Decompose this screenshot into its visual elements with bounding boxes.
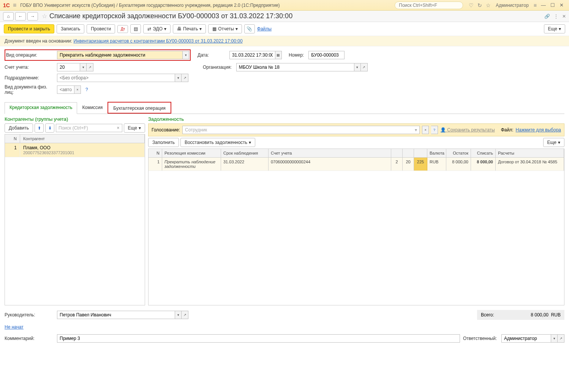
department-dropdown[interactable]: ▾ bbox=[175, 74, 182, 82]
menu-icon[interactable]: ≡ bbox=[13, 2, 16, 9]
operation-type-dropdown[interactable]: ▾ bbox=[182, 51, 189, 59]
cell-a2: 20 bbox=[403, 158, 414, 171]
based-on-label: Документ введен на основании: bbox=[5, 38, 72, 44]
account-dropdown[interactable]: ▾ bbox=[80, 63, 87, 71]
not-started-link[interactable]: Не начат bbox=[5, 324, 24, 330]
choose-file-link[interactable]: Нажмите для выбора bbox=[516, 127, 561, 133]
cell-currency: RUB bbox=[427, 158, 446, 171]
voting-clear-icon[interactable]: × bbox=[422, 126, 429, 134]
attach-button[interactable]: 📎 bbox=[244, 24, 255, 33]
head-dropdown[interactable]: ▾ bbox=[175, 311, 182, 319]
files-link[interactable]: Файлы bbox=[257, 26, 272, 32]
contractors-more-button[interactable]: Еще ▾ bbox=[124, 123, 145, 133]
print-button[interactable]: 🖶 Печать ▾ bbox=[173, 24, 206, 33]
restore-debt-button[interactable]: Восстановить задолженность ▾ bbox=[180, 138, 255, 147]
department-input[interactable] bbox=[57, 74, 175, 82]
move-up-button[interactable]: ⬆ bbox=[35, 123, 44, 133]
document-title: Списание кредиторской задолженности БУ00… bbox=[49, 12, 292, 20]
date-picker-icon[interactable]: ▦ bbox=[275, 51, 282, 59]
save-results-link[interactable]: 👤 Сохранить результаты bbox=[440, 127, 495, 133]
clear-search-icon[interactable]: × bbox=[117, 125, 120, 131]
post-and-close-button[interactable]: Провести и закрыть bbox=[4, 24, 54, 33]
col-account: Счет учета bbox=[269, 149, 391, 157]
toolbar-more-button[interactable]: Еще ▾ bbox=[544, 24, 565, 33]
cell-resolution: Прекратить наблюдение задолженности bbox=[162, 158, 221, 171]
more-icon[interactable]: ⋮ bbox=[554, 14, 558, 19]
comment-input[interactable] bbox=[57, 334, 460, 343]
link-icon[interactable]: 🔗 bbox=[544, 14, 550, 19]
voting-label: Голосование: bbox=[152, 127, 180, 133]
history-icon[interactable]: ↻ bbox=[477, 2, 482, 8]
voting-input[interactable]: Сотрудник ▾ bbox=[182, 126, 420, 134]
responsible-input[interactable] bbox=[501, 334, 551, 343]
debt-grid[interactable]: N Резолюция комиссии Срок наблюдения Сче… bbox=[148, 149, 564, 305]
star-icon[interactable]: ☆ bbox=[486, 2, 491, 8]
doctype-input[interactable] bbox=[57, 85, 74, 94]
print-form-button[interactable]: ▤ bbox=[130, 24, 141, 33]
head-input[interactable] bbox=[57, 311, 175, 319]
contractors-title: Контрагенты (группы учета) bbox=[5, 116, 145, 122]
org-input[interactable] bbox=[236, 63, 354, 71]
contractors-grid[interactable]: N Контрагент 1 Пламя, ООО 20007752369233… bbox=[5, 134, 145, 305]
number-input[interactable] bbox=[308, 51, 345, 59]
tab-creditor-debt[interactable]: Кредиторская задолженность bbox=[5, 102, 77, 114]
col-term: Срок наблюдения bbox=[221, 149, 269, 157]
account-open-icon[interactable]: ↗ bbox=[87, 63, 93, 71]
favorite-icon[interactable]: ☆ bbox=[42, 13, 47, 20]
help-icon[interactable]: ? bbox=[85, 87, 88, 92]
head-open-icon[interactable]: ↗ bbox=[182, 311, 188, 319]
responsible-dropdown[interactable]: ▾ bbox=[551, 334, 558, 343]
titlebar: 1C ≡ ГОБУ ВПО Университет искусств (Субс… bbox=[0, 0, 569, 11]
based-on-link[interactable]: Инвентаризация расчетов с контрагентами … bbox=[73, 38, 242, 44]
add-contractor-button[interactable]: Добавить bbox=[5, 123, 33, 133]
contractors-pane: Контрагенты (группы учета) Добавить ⬆ ⬇ … bbox=[5, 116, 145, 305]
bell-icon[interactable]: ♡ bbox=[469, 2, 474, 8]
col-number: N bbox=[5, 134, 20, 143]
move-down-button[interactable]: ⬇ bbox=[45, 123, 54, 133]
cell-n: 1 bbox=[149, 158, 162, 171]
current-user: Администратор bbox=[496, 3, 529, 8]
tab-commission[interactable]: Комиссия bbox=[77, 102, 107, 114]
voting-help-icon[interactable]: ? bbox=[431, 126, 438, 134]
debt-row[interactable]: 1 Прекратить наблюдение задолженности 31… bbox=[149, 158, 564, 171]
responsible-label: Ответственный: bbox=[463, 336, 497, 341]
minimize-icon[interactable]: — bbox=[541, 2, 546, 8]
contractor-row[interactable]: 1 Пламя, ООО 20007752369233772010​01 bbox=[5, 143, 145, 157]
department-open-icon[interactable]: ↗ bbox=[182, 74, 188, 82]
reports-button[interactable]: ▦ Отчеты ▾ bbox=[208, 24, 242, 33]
tab-accounting-operation[interactable]: Бухгалтерская операция bbox=[108, 103, 170, 113]
footer-status: Не начат bbox=[0, 322, 569, 332]
account-input[interactable] bbox=[57, 63, 80, 71]
forward-button[interactable]: → bbox=[27, 12, 38, 21]
date-label: Дата: bbox=[198, 52, 209, 58]
org-dropdown[interactable]: ▾ bbox=[354, 63, 361, 71]
voting-bar: Голосование: Сотрудник ▾ × ? 👤 Сохранить… bbox=[148, 123, 564, 136]
edo-button[interactable]: ⇄ ЭДО ▾ bbox=[143, 24, 171, 33]
cell-balance: 8 000,00 bbox=[446, 158, 471, 171]
close-tab-icon[interactable]: ✕ bbox=[562, 14, 566, 19]
date-input[interactable] bbox=[229, 51, 275, 59]
responsible-open-icon[interactable]: ↗ bbox=[558, 334, 564, 343]
contractor-search-input[interactable]: Поиск (Ctrl+F) × bbox=[56, 124, 122, 132]
save-button[interactable]: Записать bbox=[57, 24, 84, 33]
close-window-icon[interactable]: ✕ bbox=[560, 2, 564, 8]
debt-more-button[interactable]: Еще ▾ bbox=[543, 138, 564, 147]
tabs: Кредиторская задолженность Комиссия Бухг… bbox=[5, 102, 564, 114]
report-icon: ▦ bbox=[212, 26, 217, 32]
doctype-clear-icon[interactable]: × bbox=[74, 85, 81, 94]
file-label: Файл: bbox=[501, 127, 514, 133]
head-label: Руководитель: bbox=[5, 312, 54, 318]
dtkt-button[interactable]: Дт bbox=[117, 25, 128, 33]
global-search-input[interactable] bbox=[395, 2, 463, 9]
fill-button[interactable]: Заполнить bbox=[148, 138, 179, 147]
home-button[interactable]: ⌂ bbox=[3, 12, 14, 21]
settings-icon[interactable]: ≡ bbox=[534, 2, 537, 8]
post-button[interactable]: Провести bbox=[87, 24, 115, 33]
maximize-icon[interactable]: ☐ bbox=[550, 2, 555, 8]
back-button[interactable]: ← bbox=[15, 12, 26, 21]
cell-settlements: Договор от 30.04.2018 № 4585 bbox=[496, 158, 564, 171]
operation-type-label: Вид операции: bbox=[6, 52, 55, 58]
number-label: Номер: bbox=[289, 52, 304, 58]
org-open-icon[interactable]: ↗ bbox=[361, 63, 368, 71]
operation-type-input[interactable] bbox=[57, 51, 182, 59]
